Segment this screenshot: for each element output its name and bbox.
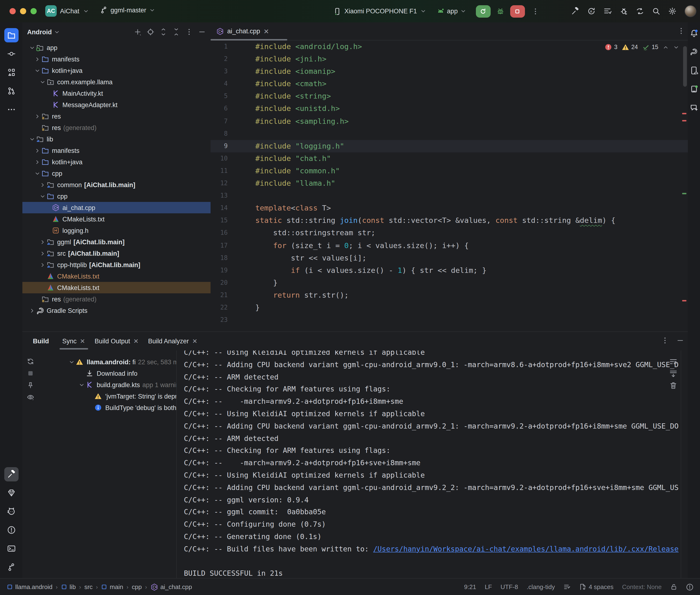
- tree-item-cmakelists-txt[interactable]: CMakeLists.txt: [22, 271, 211, 282]
- tree-item-ggml[interactable]: ggml[AiChat.lib.main]: [22, 236, 211, 248]
- chevron-down-icon[interactable]: [38, 193, 47, 199]
- pull-requests-icon[interactable]: [4, 84, 18, 98]
- debug-button[interactable]: [496, 7, 504, 15]
- code-style[interactable]: .clang-tidy: [527, 583, 555, 591]
- lock-icon[interactable]: [670, 583, 677, 591]
- indent-config[interactable]: 4 spaces: [579, 583, 614, 591]
- breadcrumb-item-llama-android[interactable]: llama.android: [7, 583, 52, 591]
- close-window-button[interactable]: [9, 8, 16, 14]
- build-tab-sync[interactable]: Sync✕: [58, 332, 90, 350]
- code-line-4[interactable]: 4#include <cmath>: [211, 78, 688, 90]
- logcat-icon[interactable]: [4, 504, 18, 518]
- problems-icon[interactable]: [4, 523, 18, 537]
- code-line-23[interactable]: 23: [211, 314, 688, 326]
- chevron-right-icon[interactable]: [33, 159, 41, 165]
- minimize-window-button[interactable]: [20, 8, 26, 14]
- build-tab-build-output[interactable]: Build Output✕: [90, 332, 143, 350]
- minus-icon[interactable]: [198, 28, 206, 36]
- gemini-icon[interactable]: [689, 103, 699, 113]
- build-tree-item[interactable]: llama.android: fi22 sec, 583 ms: [22, 356, 176, 368]
- user-avatar[interactable]: [684, 5, 696, 17]
- tree-item-cpp[interactable]: cpp: [22, 191, 211, 202]
- tree-item-app[interactable]: app: [22, 42, 211, 53]
- rerun-button[interactable]: [476, 5, 491, 18]
- code-line-21[interactable]: 21 return str.str();: [211, 289, 688, 302]
- hammer-build-icon[interactable]: [571, 7, 579, 15]
- chevron-down-icon[interactable]: [38, 79, 47, 85]
- breadcrumb-item-lib[interactable]: lib: [61, 583, 76, 591]
- structure-icon[interactable]: [4, 65, 18, 80]
- build-console[interactable]: C/C++: -- Using KleidiAI optimized kerne…: [176, 350, 681, 578]
- tree-item-common[interactable]: common[AiChat.lib.main]: [22, 179, 211, 191]
- tree-item-manifests[interactable]: manifests: [22, 53, 211, 65]
- collapse-all-icon[interactable]: [172, 28, 180, 36]
- code-line-20[interactable]: 20 }: [211, 277, 688, 289]
- chevron-right-icon[interactable]: [38, 239, 47, 245]
- chevron-down-icon[interactable]: [28, 45, 36, 51]
- tree-item-manifests[interactable]: manifests: [22, 145, 211, 156]
- code-line-17[interactable]: 17 for (size_t i = 0; i < values.size();…: [211, 239, 688, 252]
- tree-item-kotlin-java[interactable]: kotlin+java: [22, 156, 211, 168]
- tree-item-cpp-httplib[interactable]: cpp-httplib[AiChat.lib.main]: [22, 259, 211, 271]
- encoding[interactable]: UTF-8: [501, 583, 518, 591]
- breadcrumb-item-cpp[interactable]: cpp: [132, 583, 142, 591]
- line-ending[interactable]: LF: [485, 583, 492, 591]
- code-line-3[interactable]: 3#include <iomanip>: [211, 65, 688, 78]
- tree-item-res[interactable]: res(generated): [22, 122, 211, 133]
- search-icon[interactable]: [652, 7, 660, 15]
- breadcrumb-item-main[interactable]: main: [101, 583, 123, 591]
- scroll-to-end-icon[interactable]: [669, 370, 677, 378]
- tree-item-res[interactable]: res(generated): [22, 293, 211, 305]
- notifications-icon[interactable]: [689, 28, 699, 38]
- code-editor[interactable]: 3 24 15 1#include <android/log.h>2#inclu…: [211, 40, 688, 332]
- build-output-path-link[interactable]: /Users/hanyin/Workspace/ai-chat/examples…: [373, 545, 678, 553]
- project-view-selector[interactable]: Android: [27, 28, 60, 35]
- build-tree-item[interactable]: 'jvmTarget: String' is deprec: [22, 391, 176, 402]
- plus-icon[interactable]: [134, 28, 141, 36]
- context-indicator[interactable]: Context: None: [622, 583, 662, 591]
- chevron-down-icon[interactable]: [33, 67, 41, 74]
- build-options-icon[interactable]: [661, 337, 669, 344]
- code-line-6[interactable]: 6#include <unistd.h>: [211, 103, 688, 115]
- code-line-13[interactable]: 13: [211, 190, 688, 202]
- clear-icon[interactable]: [669, 381, 677, 390]
- commit-icon[interactable]: [4, 47, 18, 61]
- task-list-icon[interactable]: [604, 7, 612, 15]
- device-manager-icon[interactable]: [689, 65, 699, 76]
- project-selector[interactable]: AC AiChat: [45, 5, 89, 17]
- tree-item-cmakelists-txt[interactable]: CMakeLists.txt: [22, 282, 211, 293]
- chevron-right-icon[interactable]: [38, 250, 47, 256]
- tree-item-src[interactable]: src[AiChat.lib.main]: [22, 248, 211, 259]
- terminal-icon[interactable]: [4, 541, 18, 556]
- version-control-icon[interactable]: [4, 560, 18, 574]
- tree-item-com-example-llama[interactable]: com.example.llama: [22, 76, 211, 88]
- code-line-9[interactable]: 9#include "logging.h": [211, 140, 688, 152]
- hide-build-panel-icon[interactable]: [676, 337, 684, 344]
- inspections-settings-icon[interactable]: [563, 583, 571, 591]
- locate-icon[interactable]: [147, 28, 155, 36]
- sync-icon[interactable]: A: [587, 7, 595, 15]
- code-line-5[interactable]: 5#include <string>: [211, 90, 688, 103]
- code-line-8[interactable]: 8: [211, 128, 688, 140]
- code-line-22[interactable]: 22}: [211, 302, 688, 314]
- chevron-right-icon[interactable]: [33, 113, 41, 119]
- tree-item-cpp[interactable]: cpp: [22, 168, 211, 179]
- notifications-status-icon[interactable]: [686, 583, 694, 591]
- code-line-2[interactable]: 2#include <jni.h>: [211, 53, 688, 65]
- close-tab-icon[interactable]: ✕: [263, 27, 269, 35]
- build-tree-item[interactable]: Download info: [22, 368, 176, 379]
- code-line-16[interactable]: 16 std::ostringstream str;: [211, 227, 688, 239]
- settings-icon[interactable]: [668, 7, 676, 15]
- device-selector[interactable]: Xiaomi POCOPHONE F1: [333, 7, 426, 15]
- tree-item-ai-chat-cpp[interactable]: Cai_chat.cpp: [22, 202, 211, 213]
- build-icon[interactable]: [4, 467, 18, 481]
- code-line-15[interactable]: 15static std::string join(const std::vec…: [211, 215, 688, 227]
- code-line-7[interactable]: 7#include <sampling.h>: [211, 115, 688, 128]
- soft-wrap-icon[interactable]: [669, 358, 677, 366]
- maximize-window-button[interactable]: [30, 8, 37, 14]
- code-line-18[interactable]: 18 str << values[i];: [211, 252, 688, 264]
- run-config-selector[interactable]: app: [437, 7, 466, 15]
- code-line-12[interactable]: 12#include "llama.h": [211, 177, 688, 190]
- code-line-1[interactable]: 1#include <android/log.h>: [211, 40, 688, 53]
- chevron-right-icon[interactable]: [38, 262, 47, 268]
